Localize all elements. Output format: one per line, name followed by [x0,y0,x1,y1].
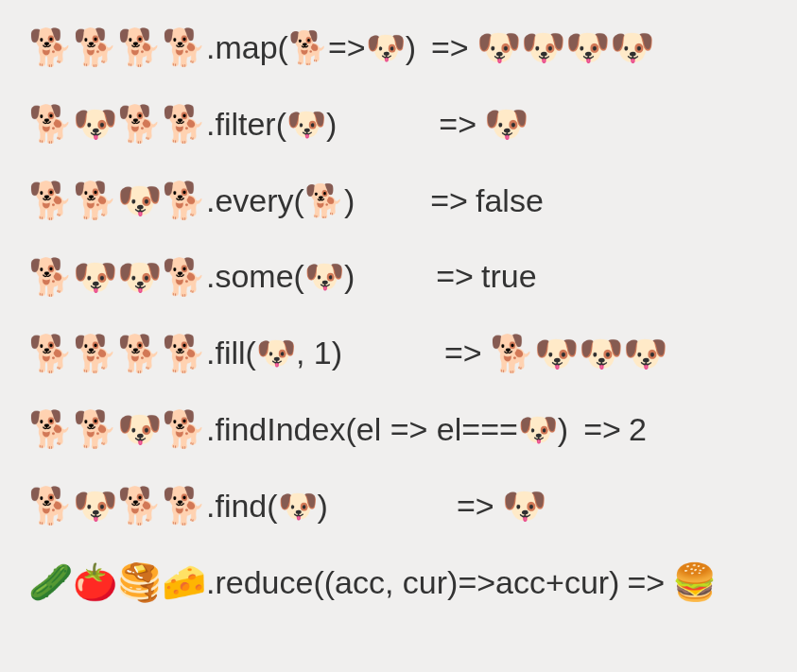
dog-emoji: 🐕 [117,488,162,524]
dog-emoji: 🐕 [162,488,206,524]
method-text: .findIndex(el => el===🐶) [206,410,568,449]
burger-emoji: 🍔 [672,564,717,600]
method-text: .some(🐶) [206,257,355,296]
dog-emoji: 🐕 [117,106,162,142]
method-pre: .filter( [206,106,286,142]
method-pre: .map( [206,29,288,65]
pancakes-emoji: 🥞 [117,564,162,600]
result-arrow: => [576,410,629,449]
dogface-emoji: 🐶 [117,182,162,218]
dogface-emoji: 🐶 [117,259,162,295]
result: false [476,181,544,220]
method-pre: .some( [206,258,304,294]
method-text: .fill(🐶, 1) [206,334,342,372]
cucumber-emoji: 🥒 [28,564,73,600]
dogface-emoji: 🐶 [73,259,117,295]
result: 🍔 [672,564,717,600]
dog-emoji: 🐕 [162,411,206,447]
dogface-emoji: 🐶 [256,336,296,369]
result-arrow: => [424,28,476,67]
dogface-emoji: 🐶 [623,336,667,371]
input-array: 🐕🐕🐶🐕 [28,411,206,447]
code-example-row: 🐕🐕🐕🐕.map(🐕=>🐶)=>🐶🐶🐶🐶 [28,28,769,67]
code-example-row: 🐕🐶🐕🐕.filter(🐶)=>🐶 [28,105,769,144]
dog-emoji: 🐕 [162,259,206,295]
input-array: 🐕🐕🐕🐕 [28,336,206,371]
method-post: ) [558,411,568,447]
dogface-emoji: 🐶 [304,260,344,292]
cheese-emoji: 🧀 [162,564,206,600]
dog-emoji: 🐕 [490,336,534,371]
method-pre: .find( [206,488,278,524]
dog-emoji: 🐕 [28,106,73,142]
dogface-emoji: 🐶 [73,488,117,524]
dog-emoji: 🐕 [28,259,73,295]
method-post: ) [406,29,416,65]
input-array: 🐕🐶🐶🐕 [28,259,206,295]
result-arrow: => [431,105,484,144]
dogface-emoji: 🐶 [117,411,162,447]
dog-emoji: 🐕 [117,29,162,65]
code-example-row: 🐕🐶🐶🐕.some(🐶)=>true [28,257,769,296]
method-pre: .reduce((acc, cur)=>acc+cur) [206,564,619,600]
dogface-emoji: 🐶 [278,490,318,522]
result: true [481,257,537,296]
dogface-emoji: 🐶 [579,336,623,371]
result: 🐶 [484,106,528,142]
dog-emoji: 🐕 [162,106,206,142]
method-pre: .findIndex(el => el=== [206,411,518,447]
result: 🐕🐶🐶🐶 [490,336,667,371]
dog-emoji: 🐕 [28,182,73,218]
method-post: ) [326,106,337,142]
dogface-emoji: 🐶 [502,488,546,524]
code-example-row: 🐕🐶🐕🐕.find(🐶)=>🐶 [28,487,769,526]
result-text: false [476,181,544,220]
input-array: 🐕🐶🐕🐕 [28,106,206,142]
result-text: 2 [629,410,647,449]
dogface-emoji: 🐶 [565,29,610,65]
dogface-emoji: 🐶 [534,336,579,371]
dog-emoji: 🐕 [73,182,117,218]
method-text: .map(🐕=>🐶) [206,28,416,67]
result-arrow: => [437,334,490,372]
result-arrow: => [423,181,476,220]
result: 2 [629,410,647,449]
method-pre: .every( [206,182,304,218]
result-arrow: => [449,487,502,526]
method-mid: => [328,29,366,65]
method-pre: .fill( [206,335,256,370]
dog-emoji: 🐕 [73,336,117,371]
dog-emoji: 🐕 [73,411,117,447]
result: 🐶🐶🐶🐶 [476,29,654,65]
dog-emoji: 🐕 [162,29,206,65]
dog-emoji: 🐕 [28,411,73,447]
dogface-emoji: 🐶 [366,31,406,63]
code-example-row: 🐕🐕🐶🐕.every(🐕)=>false [28,181,769,220]
code-example-row: 🥒🍅🥞🧀.reduce((acc, cur)=>acc+cur)=>🍔 [28,563,769,602]
method-text: .every(🐕) [206,181,355,220]
method-post: ) [344,182,355,218]
method-text: .find(🐶) [206,487,328,526]
result-arrow: => [428,257,481,296]
dog-emoji: 🐕 [28,29,73,65]
result-text: true [481,257,537,296]
code-example-row: 🐕🐕🐶🐕.findIndex(el => el===🐶)=>2 [28,410,769,449]
dogface-emoji: 🐶 [521,29,565,65]
dogface-emoji: 🐶 [476,29,521,65]
input-array: 🐕🐕🐕🐕 [28,29,206,65]
dogface-emoji: 🐶 [73,106,117,142]
input-array: 🐕🐕🐶🐕 [28,182,206,218]
input-array: 🥒🍅🥞🧀 [28,564,206,600]
method-post: ) [344,258,355,294]
dog-emoji: 🐕 [28,336,73,371]
dogface-emoji: 🐶 [610,29,654,65]
dog-emoji: 🐕 [117,336,162,371]
dogface-emoji: 🐶 [484,106,528,142]
dog-emoji: 🐕 [162,336,206,371]
result: 🐶 [502,488,546,524]
dog-emoji: 🐕 [304,184,344,216]
dog-emoji: 🐕 [288,31,328,63]
code-example-row: 🐕🐕🐕🐕.fill(🐶, 1)=>🐕🐶🐶🐶 [28,334,769,372]
method-post: ) [318,488,328,524]
dogface-emoji: 🐶 [286,108,326,140]
